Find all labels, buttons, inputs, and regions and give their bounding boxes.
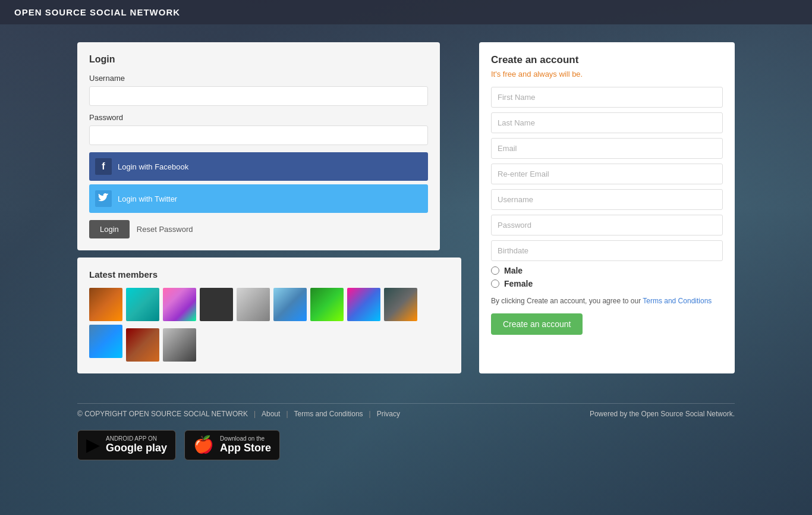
apple-icon: 🍎 (193, 437, 214, 453)
list-item[interactable] (163, 288, 196, 321)
privacy-link[interactable]: Privacy (377, 410, 400, 418)
app-badges: ▶ ANDROID APP ON Google play 🍎 Download … (77, 430, 735, 472)
copyright-text: © COPYRIGHT OPEN SOURCE SOCIAL NETWORK (77, 410, 248, 418)
app-store-text: Download on the App Store (220, 435, 271, 455)
username-input[interactable] (89, 86, 428, 106)
register-subtitle: It's free and always will be. (491, 70, 723, 78)
register-panel: Create an account It's free and always w… (479, 42, 735, 373)
google-top-text: ANDROID APP ON (106, 435, 167, 442)
powered-text: Powered by the Open Source Social Networ… (590, 410, 735, 418)
list-item[interactable] (384, 288, 417, 321)
list-item[interactable] (273, 288, 307, 321)
site-title: OPEN SOURCE SOCIAL NETWORK (14, 7, 180, 17)
terms-text: By clicking Create an account, you agree… (491, 296, 723, 306)
reset-password-link[interactable]: Reset Password (137, 225, 193, 234)
footer-left: © COPYRIGHT OPEN SOURCE SOCIAL NETWORK |… (77, 410, 400, 418)
gender-male-radio[interactable] (491, 266, 499, 275)
left-column: Login Username Password f Login with Fac… (77, 42, 461, 373)
register-password-input[interactable] (491, 215, 723, 235)
list-item[interactable] (126, 328, 159, 362)
footer-divider (77, 403, 735, 404)
password-input[interactable] (89, 125, 428, 145)
gender-male-option[interactable]: Male (491, 266, 723, 275)
list-item[interactable] (310, 288, 344, 321)
twitter-button-label: Login with Twitter (118, 194, 177, 203)
members-grid (89, 288, 449, 362)
list-item[interactable] (347, 288, 380, 321)
twitter-icon (95, 190, 112, 207)
gender-options: Male Female (491, 266, 723, 288)
gender-female-radio[interactable] (491, 280, 499, 288)
gender-female-label: Female (504, 279, 533, 288)
google-main-text: Google play (106, 442, 167, 455)
header: OPEN SOURCE SOCIAL NETWORK (0, 0, 812, 24)
login-panel: Login Username Password f Login with Fac… (77, 42, 440, 250)
login-actions: Login Reset Password (89, 220, 428, 238)
username-label: Username (89, 74, 428, 83)
list-item[interactable] (163, 328, 196, 362)
login-twitter-button[interactable]: Login with Twitter (89, 184, 428, 213)
gender-female-option[interactable]: Female (491, 279, 723, 288)
list-item[interactable] (200, 288, 233, 321)
register-title: Create an account (491, 54, 723, 66)
list-item[interactable] (126, 288, 159, 321)
login-facebook-button[interactable]: f Login with Facebook (89, 152, 428, 181)
latest-members-panel: Latest members (77, 258, 461, 373)
app-store-badge[interactable]: 🍎 Download on the App Store (184, 430, 280, 460)
about-link[interactable]: About (262, 410, 280, 418)
separator-2: | (286, 410, 288, 418)
login-button[interactable]: Login (89, 220, 130, 238)
gender-male-label: Male (504, 266, 523, 275)
list-item[interactable] (89, 325, 122, 358)
terms-link[interactable]: Terms and Conditions (643, 297, 712, 305)
apple-top-text: Download on the (220, 435, 271, 442)
login-title: Login (89, 54, 428, 65)
google-play-badge[interactable]: ▶ ANDROID APP ON Google play (77, 430, 176, 460)
email-input[interactable] (491, 138, 723, 159)
facebook-button-label: Login with Facebook (118, 162, 188, 171)
apple-main-text: App Store (220, 442, 271, 455)
main-content: Login Username Password f Login with Fac… (0, 24, 812, 391)
separator-3: | (369, 410, 371, 418)
google-play-icon: ▶ (86, 436, 100, 454)
footer-links: © COPYRIGHT OPEN SOURCE SOCIAL NETWORK |… (77, 410, 735, 418)
reemail-input[interactable] (491, 164, 723, 184)
separator-1: | (254, 410, 256, 418)
google-play-text: ANDROID APP ON Google play (106, 435, 167, 455)
birthdate-input[interactable] (491, 240, 723, 261)
list-item[interactable] (89, 288, 122, 321)
lastname-input[interactable] (491, 112, 723, 133)
register-username-input[interactable] (491, 189, 723, 210)
create-account-button[interactable]: Create an account (491, 313, 583, 335)
list-item[interactable] (237, 288, 270, 321)
footer: © COPYRIGHT OPEN SOURCE SOCIAL NETWORK |… (0, 403, 812, 472)
latest-members-title: Latest members (89, 269, 449, 280)
password-label: Password (89, 113, 428, 122)
terms-footer-link[interactable]: Terms and Conditions (294, 410, 363, 418)
firstname-input[interactable] (491, 87, 723, 108)
facebook-icon: f (95, 158, 112, 175)
